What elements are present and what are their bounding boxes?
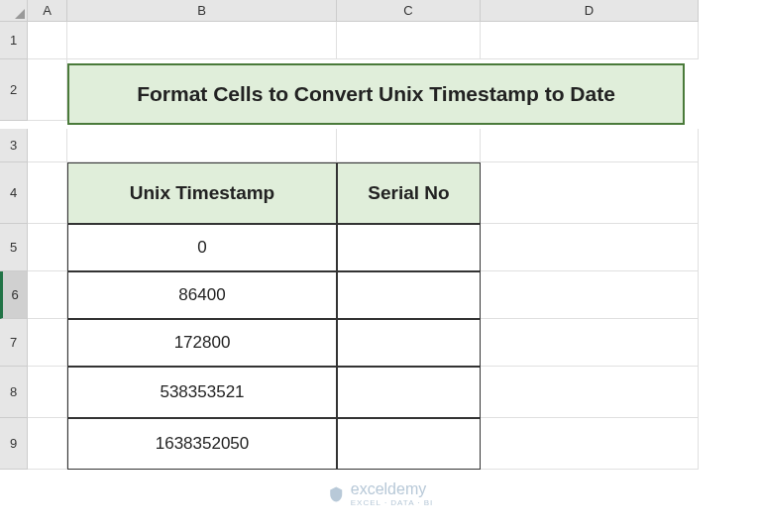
cell-d5[interactable] — [481, 224, 699, 271]
table-header-serial[interactable]: Serial No — [337, 162, 481, 224]
cell-d3[interactable] — [481, 129, 699, 162]
row-header-4[interactable]: 4 — [0, 162, 28, 224]
row-header-2[interactable]: 2 — [0, 59, 28, 121]
col-header-d[interactable]: D — [481, 0, 699, 22]
watermark: exceldemy EXCEL · DATA · BI — [327, 480, 434, 507]
cell-c1[interactable] — [337, 22, 481, 59]
cell-b3[interactable] — [67, 129, 337, 162]
watermark-logo-icon — [327, 485, 345, 503]
table-row[interactable]: 0 — [67, 224, 337, 271]
table-row[interactable]: 538353521 — [67, 367, 337, 418]
col-header-b[interactable]: B — [67, 0, 337, 22]
table-row[interactable]: 86400 — [67, 271, 337, 319]
cell-a2[interactable] — [28, 59, 67, 121]
row-header-6[interactable]: 6 — [0, 271, 28, 319]
table-row[interactable]: 172800 — [67, 319, 337, 367]
watermark-tagline: EXCEL · DATA · BI — [351, 498, 434, 507]
cell-d4[interactable] — [481, 162, 699, 224]
cell-d6[interactable] — [481, 271, 699, 319]
table-row[interactable]: 1638352050 — [67, 418, 337, 470]
cell-a4[interactable] — [28, 162, 67, 224]
cell-a9[interactable] — [28, 418, 67, 470]
row-header-8[interactable]: 8 — [0, 367, 28, 418]
cell-d9[interactable] — [481, 418, 699, 470]
select-all-corner[interactable] — [0, 0, 28, 22]
table-row[interactable] — [337, 319, 481, 367]
col-header-c[interactable]: C — [337, 0, 481, 22]
cell-a3[interactable] — [28, 129, 67, 162]
table-row[interactable] — [337, 367, 481, 418]
cell-d1[interactable] — [481, 22, 699, 59]
cell-a1[interactable] — [28, 22, 67, 59]
table-row[interactable] — [337, 224, 481, 271]
col-header-a[interactable]: A — [28, 0, 67, 22]
row-header-3[interactable]: 3 — [0, 129, 28, 162]
cell-a8[interactable] — [28, 367, 67, 418]
spreadsheet-grid: A B C D 1 2 Format Cells to Convert Unix… — [0, 0, 760, 470]
title-cell[interactable]: Format Cells to Convert Unix Timestamp t… — [67, 63, 685, 125]
row-header-9[interactable]: 9 — [0, 418, 28, 470]
cell-a6[interactable] — [28, 271, 67, 319]
cell-b1[interactable] — [67, 22, 337, 59]
row-header-1[interactable]: 1 — [0, 22, 28, 59]
watermark-brand: exceldemy — [351, 480, 434, 498]
row-header-5[interactable]: 5 — [0, 224, 28, 271]
cell-d7[interactable] — [481, 319, 699, 367]
row-header-7[interactable]: 7 — [0, 319, 28, 367]
cell-c3[interactable] — [337, 129, 481, 162]
cell-a5[interactable] — [28, 224, 67, 271]
cell-d8[interactable] — [481, 367, 699, 418]
table-row[interactable] — [337, 271, 481, 319]
table-row[interactable] — [337, 418, 481, 470]
cell-a7[interactable] — [28, 319, 67, 367]
table-header-timestamp[interactable]: Unix Timestamp — [67, 162, 337, 224]
